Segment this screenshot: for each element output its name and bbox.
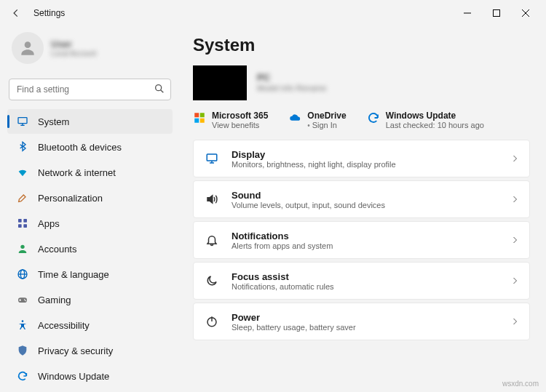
card-sub: Volume levels, output, input, sound devi… xyxy=(232,201,510,209)
svg-rect-13 xyxy=(23,224,27,228)
card-title: Display xyxy=(232,149,510,160)
sidebar-item-label: System xyxy=(38,116,69,127)
sidebar-item-personalization[interactable]: Personalization xyxy=(7,185,173,210)
wifi-icon xyxy=(16,166,29,179)
main-pane: System PC Model info Rename Microsoft 36… xyxy=(180,26,546,392)
svg-line-6 xyxy=(161,90,164,93)
sidebar-item-system[interactable]: System xyxy=(7,109,173,134)
watermark: wsxdn.com xyxy=(502,380,539,388)
quick-windows-update[interactable]: Windows Update Last checked: 10 hours ag… xyxy=(367,111,484,129)
svg-rect-25 xyxy=(200,119,205,123)
card-display[interactable]: Display Monitors, brightness, night ligh… xyxy=(193,140,530,177)
quick-sub: Sign In xyxy=(307,121,346,129)
sidebar-item-accessibility[interactable]: Accessibility xyxy=(7,313,173,337)
profile-sub: Local Account xyxy=(51,49,96,57)
sidebar-item-accounts[interactable]: Accounts xyxy=(7,236,173,261)
card-sub: Notifications, automatic rules xyxy=(232,282,510,291)
sidebar-item-label: Apps xyxy=(38,218,60,229)
sidebar-item-label: Gaming xyxy=(38,295,71,305)
arrow-left-icon xyxy=(11,8,21,18)
svg-rect-24 xyxy=(194,119,199,123)
card-title: Focus assist xyxy=(232,271,510,282)
avatar xyxy=(12,32,44,64)
sidebar-item-label: Accounts xyxy=(38,244,76,255)
quick-sub: Last checked: 10 hours ago xyxy=(386,121,484,129)
minimize-button[interactable] xyxy=(453,3,482,23)
settings-window: Settings User Local Account xyxy=(0,0,546,392)
bell-icon xyxy=(204,233,220,247)
sidebar-item-privacy-security[interactable]: Privacy & security xyxy=(7,338,173,363)
search-input[interactable] xyxy=(9,79,171,100)
card-sub: Sleep, battery usage, battery saver xyxy=(232,323,510,332)
card-title: Notifications xyxy=(232,231,510,241)
svg-rect-11 xyxy=(23,219,27,223)
sidebar-item-bluetooth-devices[interactable]: Bluetooth & devices xyxy=(7,135,173,159)
maximize-button[interactable] xyxy=(482,3,511,23)
brush-icon xyxy=(16,191,29,204)
card-sub: Monitors, brightness, night light, displ… xyxy=(232,160,510,169)
maximize-icon xyxy=(493,9,500,17)
svg-rect-22 xyxy=(194,113,199,117)
sidebar-item-time-language[interactable]: Time & language xyxy=(7,262,173,287)
device-sub: Model info Rename xyxy=(257,83,326,93)
sidebar-item-label: Bluetooth & devices xyxy=(38,142,122,153)
sidebar-item-label: Privacy & security xyxy=(38,345,113,356)
search-icon xyxy=(154,83,165,95)
svg-point-14 xyxy=(20,245,24,249)
quick-microsoft-[interactable]: Microsoft 365 View benefits xyxy=(193,111,268,129)
sidebar-item-label: Accessibility xyxy=(38,320,90,331)
close-button[interactable] xyxy=(511,3,540,23)
quick-onedrive[interactable]: OneDrive Sign In xyxy=(288,111,346,129)
minimize-icon xyxy=(464,9,471,17)
sidebar-item-apps[interactable]: Apps xyxy=(7,211,173,236)
moon-icon xyxy=(204,274,220,287)
display-icon xyxy=(16,115,29,128)
svg-point-20 xyxy=(25,300,26,302)
svg-point-19 xyxy=(24,299,25,300)
svg-point-21 xyxy=(22,320,24,322)
svg-rect-23 xyxy=(200,113,205,117)
sidebar-item-gaming[interactable]: Gaming xyxy=(7,287,173,312)
chevron-right-icon xyxy=(510,236,519,244)
device-name: PC xyxy=(257,72,326,83)
sidebar-nav: System Bluetooth & devices Network & int… xyxy=(7,109,173,388)
svg-rect-1 xyxy=(494,10,500,17)
quick-title: Windows Update xyxy=(386,111,484,121)
sidebar-item-network-internet[interactable]: Network & internet xyxy=(7,160,173,185)
card-power[interactable]: Power Sleep, battery usage, battery save… xyxy=(193,303,530,340)
shield-icon xyxy=(16,344,29,357)
svg-rect-7 xyxy=(18,118,27,124)
card-notifications[interactable]: Notifications Alerts from apps and syste… xyxy=(193,221,530,259)
back-button[interactable] xyxy=(6,3,26,23)
game-icon xyxy=(16,293,29,306)
card-focus-assist[interactable]: Focus assist Notifications, automatic ru… xyxy=(193,262,530,300)
close-icon xyxy=(522,9,529,17)
sidebar-item-label: Time & language xyxy=(38,269,109,280)
quick-title: OneDrive xyxy=(307,111,346,121)
svg-point-4 xyxy=(25,41,31,48)
profile-name: User xyxy=(51,39,96,49)
profile-block[interactable]: User Local Account xyxy=(7,26,173,76)
globe-icon xyxy=(16,268,29,281)
titlebar: Settings xyxy=(0,0,546,26)
card-title: Power xyxy=(232,312,510,323)
svg-point-5 xyxy=(156,85,162,91)
sidebar-item-label: Windows Update xyxy=(38,371,109,382)
access-icon xyxy=(16,319,29,332)
power-icon xyxy=(204,315,220,328)
card-title: Sound xyxy=(232,190,510,201)
device-block[interactable]: PC Model info Rename xyxy=(193,65,530,100)
profile-text: User Local Account xyxy=(51,39,96,57)
sidebar-item-windows-update[interactable]: Windows Update xyxy=(7,364,173,388)
card-sub: Alerts from apps and system xyxy=(232,241,510,250)
ms365-icon xyxy=(193,111,206,124)
search-box xyxy=(9,79,171,100)
svg-rect-12 xyxy=(18,224,22,228)
quick-title: Microsoft 365 xyxy=(212,111,268,121)
card-sound[interactable]: Sound Volume levels, output, input, soun… xyxy=(193,180,530,218)
onedrive-icon xyxy=(288,111,301,124)
quick-sub: View benefits xyxy=(212,121,268,129)
sidebar-item-label: Network & internet xyxy=(38,167,116,178)
update-icon xyxy=(16,369,29,383)
settings-cards: Display Monitors, brightness, night ligh… xyxy=(193,140,530,340)
